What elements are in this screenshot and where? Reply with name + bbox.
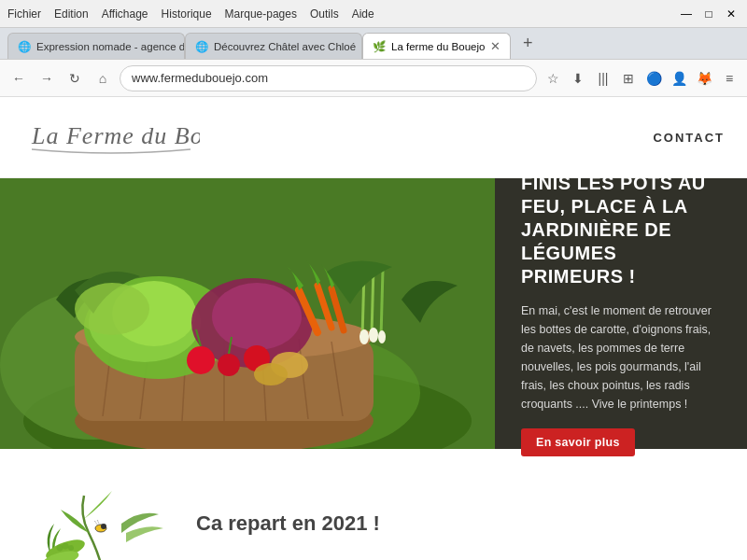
new-tab-button[interactable]: + [514, 31, 541, 57]
menu-fichier[interactable]: Fichier [7, 7, 41, 21]
hero-text-panel: FINIS LES POTS AU FEU, PLACE À LA JARDIN… [495, 178, 747, 449]
forward-button[interactable]: → [35, 67, 58, 90]
hero-title: FINIS LES POTS AU FEU, PLACE À LA JARDIN… [521, 172, 721, 288]
tab-favicon-2: 🌐 [195, 40, 208, 53]
tab-ferme-bouejo[interactable]: 🌿 La ferme du Bouejo ✕ [362, 33, 511, 59]
svg-point-27 [359, 329, 369, 344]
title-bar: Fichier Edition Affichage Historique Mar… [0, 0, 747, 28]
svg-point-30 [187, 346, 215, 374]
svg-point-31 [218, 354, 240, 376]
svg-line-26 [381, 270, 383, 337]
firefox-icon[interactable]: 🦊 [694, 68, 714, 89]
toolbar-icons: ☆ ⬇ ||| ⊞ 🔵 👤 🦊 ≡ [543, 68, 740, 89]
svg-point-28 [369, 328, 378, 343]
hero-body: En mai, c'est le moment de retrouver les… [521, 301, 721, 413]
back-button[interactable]: ← [7, 67, 30, 90]
menu-aide[interactable]: Aide [352, 7, 374, 21]
svg-point-36 [254, 363, 288, 385]
bookmark-icon[interactable]: ☆ [543, 68, 563, 89]
tab-close-3[interactable]: ✕ [490, 39, 500, 53]
sync-icon[interactable]: 🔵 [643, 68, 664, 89]
site-header: La Ferme du Bouejo CONTACT [0, 97, 747, 178]
vegetable-illustration [0, 178, 495, 449]
svg-point-20 [212, 283, 302, 350]
profile-icon[interactable]: 👤 [669, 68, 689, 89]
reload-button[interactable]: ↻ [63, 67, 86, 90]
hero-section: FINIS LES POTS AU FEU, PLACE À LA JARDIN… [0, 178, 747, 449]
site-logo: La Ferme du Bouejo [22, 108, 200, 166]
menu-marquepages[interactable]: Marque-pages [225, 7, 297, 21]
tab-label-2: Découvrez Châtel avec Chloé [214, 41, 356, 52]
minimize-button[interactable]: — [678, 6, 695, 22]
download-icon[interactable]: ⬇ [568, 68, 588, 89]
menu-bar[interactable]: Fichier Edition Affichage Historique Mar… [7, 7, 374, 21]
tab-favicon-1: 🌐 [18, 40, 31, 53]
window-controls[interactable]: — □ ✕ [678, 6, 740, 22]
menu-affichage[interactable]: Affichage [102, 7, 148, 21]
menu-icon[interactable]: ≡ [719, 68, 740, 89]
menu-edition[interactable]: Edition [54, 7, 89, 21]
menu-historique[interactable]: Historique [162, 7, 212, 21]
logo-svg: La Ferme du Bouejo [22, 108, 200, 160]
tab-expression-nomade[interactable]: 🌐 Expression nomade - agence d... ✕ [7, 33, 185, 59]
url-input[interactable] [120, 65, 537, 91]
nav-contact[interactable]: CONTACT [653, 131, 725, 145]
plant-svg [37, 477, 173, 560]
hero-image [0, 178, 495, 449]
home-button[interactable]: ⌂ [92, 67, 114, 90]
svg-point-29 [378, 330, 386, 343]
svg-text:La Ferme du Bouejo: La Ferme du Bouejo [31, 122, 200, 149]
tab-bar: 🌐 Expression nomade - agence d... ✕ 🌐 Dé… [0, 28, 747, 60]
tab-label-3: La ferme du Bouejo [391, 41, 485, 52]
plant-illustration [37, 477, 168, 560]
menu-outils[interactable]: Outils [310, 7, 339, 21]
svg-point-45 [101, 524, 106, 529]
below-hero-text: Ca repart en 2021 ! [196, 511, 380, 536]
website-content: La Ferme du Bouejo CONTACT [0, 97, 747, 560]
svg-point-37 [75, 283, 149, 335]
tab-label-1: Expression nomade - agence d... [36, 41, 185, 52]
bookmarks-icon[interactable]: ||| [593, 68, 613, 89]
tab-favicon-3: 🌿 [373, 40, 386, 53]
below-hero-section: Ca repart en 2021 ! [0, 449, 747, 560]
maximize-button[interactable]: □ [700, 6, 717, 22]
extensions-icon[interactable]: ⊞ [618, 68, 639, 89]
close-button[interactable]: ✕ [723, 6, 740, 22]
tab-chatel[interactable]: 🌐 Découvrez Châtel avec Chloé ✕ [185, 33, 362, 59]
hero-cta-button[interactable]: En savoir plus [521, 428, 635, 456]
address-bar: ← → ↻ ⌂ ☆ ⬇ ||| ⊞ 🔵 👤 🦊 ≡ [0, 60, 747, 97]
